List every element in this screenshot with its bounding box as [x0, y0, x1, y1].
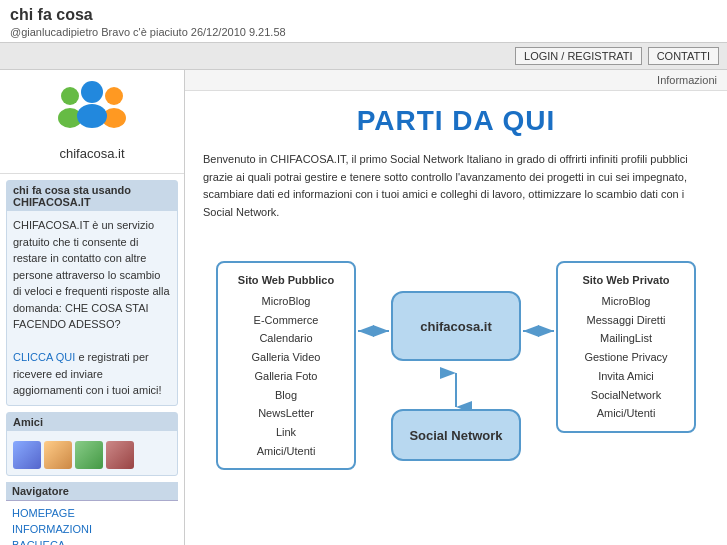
main-content-body: PARTI DA QUI Benvenuto in CHIFACOSA.IT, …	[185, 91, 727, 485]
clicca-qui-link[interactable]: CLICCA QUI	[13, 351, 75, 363]
list-item: SocialNetwork	[570, 386, 682, 405]
site-title: chi fa cosa	[10, 6, 717, 24]
info-bar-label: Informazioni	[657, 74, 717, 86]
center-box: chifacosa.it	[391, 291, 521, 361]
login-register-button[interactable]: LOGIN / REGISTRATI	[515, 47, 642, 65]
navigatore-title: Navigatore	[6, 482, 178, 501]
list-item: Gestione Privacy	[570, 348, 682, 367]
avatar[interactable]	[13, 441, 41, 469]
list-item: Messaggi Diretti	[570, 311, 682, 330]
logo-text: chifacosa.it	[10, 142, 174, 163]
contatti-button[interactable]: CONTATTI	[648, 47, 719, 65]
list-item: Link	[230, 423, 342, 442]
list-item: MicroBlog	[570, 292, 682, 311]
avatar[interactable]	[44, 441, 72, 469]
main-content-area: Informazioni PARTI DA QUI Benvenuto in C…	[185, 70, 727, 545]
list-item: Amici/Utenti	[570, 404, 682, 423]
sidebar: chifacosa.it chi fa cosa sta usando CHIF…	[0, 70, 185, 545]
svg-point-5	[77, 104, 107, 128]
bottom-label: Social Network	[409, 428, 502, 443]
subtitle: @gianlucadipietro Bravo c'è piaciuto 26/…	[10, 26, 717, 38]
list-item: Invita Amici	[570, 367, 682, 386]
diagram: Sito Web Pubblico MicroBlogE-CommerceCal…	[216, 241, 696, 471]
left-box-title: Sito Web Pubblico	[230, 271, 342, 290]
list-item: Galleria Video	[230, 348, 342, 367]
header: chi fa cosa @gianlucadipietro Bravo c'è …	[0, 0, 727, 43]
nav-link[interactable]: INFORMAZIONI	[12, 521, 172, 537]
amici-title: Amici	[7, 413, 177, 431]
list-item: NewsLetter	[230, 404, 342, 423]
svg-point-2	[105, 87, 123, 105]
svg-point-0	[61, 87, 79, 105]
logo-area: chifacosa.it	[0, 70, 184, 174]
amici-box: Amici	[6, 412, 178, 476]
right-box-title: Sito Web Privato	[570, 271, 682, 290]
svg-point-4	[81, 81, 103, 103]
info-bar: Informazioni	[185, 70, 727, 91]
bottom-box: Social Network	[391, 409, 521, 461]
nav-link[interactable]: HOMEPAGE	[12, 505, 172, 521]
amici-content	[7, 431, 177, 475]
left-box-items: MicroBlogE-CommerceCalendarioGalleria Vi…	[230, 292, 342, 460]
amici-avatars	[13, 441, 171, 469]
main-layout: chifacosa.it chi fa cosa sta usando CHIF…	[0, 70, 727, 545]
top-navigation: LOGIN / REGISTRATI CONTATTI	[0, 43, 727, 70]
avatar[interactable]	[106, 441, 134, 469]
avatar[interactable]	[75, 441, 103, 469]
navigatore-content: HOMEPAGEINFORMAZIONIBACHECA	[6, 501, 178, 546]
navigatore-box: Navigatore HOMEPAGEINFORMAZIONIBACHECA	[6, 482, 178, 546]
center-label: chifacosa.it	[420, 319, 492, 334]
using-title: chi fa cosa sta usando CHIFACOSA.IT	[7, 181, 177, 211]
intro-text: Benvenuto in CHIFACOSA.IT, il primo Soci…	[203, 151, 709, 221]
list-item: Calendario	[230, 329, 342, 348]
parti-da-qui-heading: PARTI DA QUI	[203, 105, 709, 137]
list-item: E-Commerce	[230, 311, 342, 330]
list-item: Galleria Foto	[230, 367, 342, 386]
list-item: Blog	[230, 386, 342, 405]
left-box: Sito Web Pubblico MicroBlogE-CommerceCal…	[216, 261, 356, 470]
right-box: Sito Web Privato MicroBlogMessaggi Diret…	[556, 261, 696, 433]
logo-icon	[10, 80, 174, 138]
list-item: Amici/Utenti	[230, 442, 342, 461]
list-item: MicroBlog	[230, 292, 342, 311]
right-box-items: MicroBlogMessaggi DirettiMailingListGest…	[570, 292, 682, 423]
nav-link[interactable]: BACHECA	[12, 537, 172, 546]
using-content: CHIFACOSA.IT è un servizio gratuito che …	[7, 211, 177, 405]
list-item: MailingList	[570, 329, 682, 348]
using-box: chi fa cosa sta usando CHIFACOSA.IT CHIF…	[6, 180, 178, 406]
